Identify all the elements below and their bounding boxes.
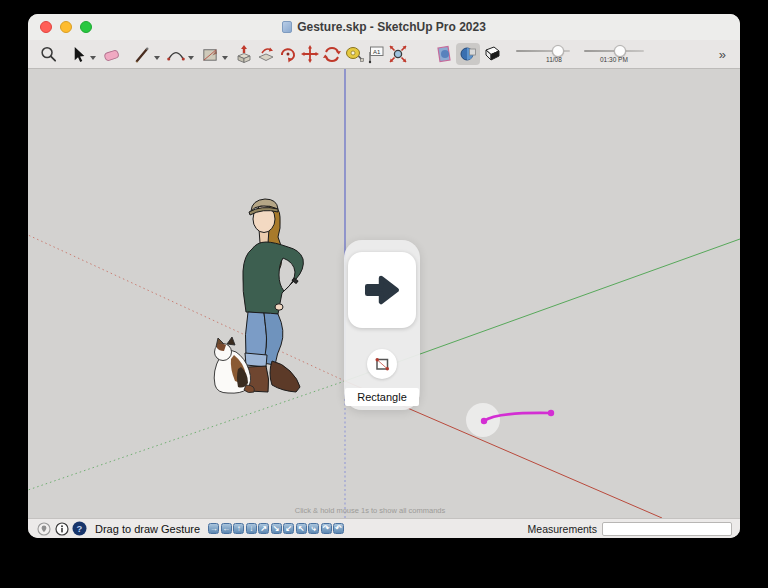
right-arrow-icon bbox=[359, 267, 405, 313]
close-button[interactable] bbox=[40, 21, 52, 33]
measurements-label: Measurements bbox=[528, 523, 597, 535]
text-tool-button[interactable]: A1 bbox=[366, 43, 386, 65]
svg-text:?: ? bbox=[77, 523, 83, 534]
help-icon: ? bbox=[72, 521, 87, 536]
status-prompt: Drag to draw Gesture bbox=[95, 523, 200, 535]
select-tool-button[interactable] bbox=[68, 43, 88, 65]
gesture-arrow-down[interactable]: ↓ bbox=[246, 523, 257, 534]
credits-status-button[interactable] bbox=[54, 521, 69, 536]
toolbar: A1 bbox=[28, 40, 740, 69]
person-jeans-left bbox=[245, 312, 266, 359]
tape-measure-icon bbox=[344, 44, 364, 64]
sketchup-window: Gesture.skp - SketchUp Pro 2023 bbox=[28, 14, 740, 538]
gesture-arrow-up-left[interactable]: ↖ bbox=[296, 523, 307, 534]
select-cursor-icon bbox=[70, 45, 87, 64]
gesture-arrow-curve-cw[interactable]: ↷ bbox=[321, 523, 332, 534]
status-bar: ? Drag to draw Gesture → ← ↑ ↓ ↗ ↘ ↙ ↖ ⤷… bbox=[28, 518, 740, 538]
zoom-extents-tool-button[interactable] bbox=[388, 43, 408, 65]
jeans-cuff bbox=[245, 353, 267, 367]
zoom-extents-icon bbox=[388, 44, 408, 64]
gesture-arrow-down-left[interactable]: ↙ bbox=[283, 523, 294, 534]
gesture-arrow-down-right[interactable]: ↘ bbox=[271, 523, 282, 534]
xray-style-icon bbox=[434, 44, 454, 64]
rotate-icon bbox=[322, 44, 342, 64]
gesture-direction-buttons: → ← ↑ ↓ ↗ ↘ ↙ ↖ ⤷ ↷ ↶ bbox=[208, 523, 346, 534]
fullscreen-button[interactable] bbox=[80, 21, 92, 33]
shadow-date-slider[interactable]: 11/08 bbox=[514, 42, 572, 66]
line-dropdown-caret[interactable] bbox=[154, 56, 160, 60]
person-figure[interactable] bbox=[208, 195, 318, 401]
style-xray-button[interactable] bbox=[434, 43, 454, 65]
offset-tool-button[interactable] bbox=[256, 43, 276, 65]
arc-tool-button[interactable] bbox=[166, 43, 186, 65]
search-icon bbox=[39, 45, 58, 64]
measurements-input[interactable] bbox=[602, 522, 732, 536]
gesture-arrow-up[interactable]: ↑ bbox=[233, 523, 244, 534]
gesture-tool-bubble[interactable] bbox=[367, 349, 397, 379]
gesture-hint-text: Click & hold mouse 1s to show all comman… bbox=[28, 506, 712, 515]
geolocation-icon bbox=[37, 522, 51, 536]
push-pull-tool-button[interactable] bbox=[234, 43, 254, 65]
arc-dropdown-caret[interactable] bbox=[188, 56, 194, 60]
shadow-time-label: 01:30 PM bbox=[600, 56, 628, 63]
person-hand bbox=[275, 304, 283, 310]
gesture-tool-label: Rectangle bbox=[345, 388, 419, 406]
gesture-arrow-curve-down[interactable]: ⤷ bbox=[308, 523, 319, 534]
text-tool-icon: A1 bbox=[366, 44, 386, 64]
svg-text:A1: A1 bbox=[373, 49, 381, 55]
follow-me-tool-button[interactable] bbox=[278, 43, 298, 65]
offset-icon bbox=[256, 44, 276, 64]
line-tool-button[interactable] bbox=[132, 43, 152, 65]
arc-icon bbox=[166, 45, 186, 64]
shaded-style-icon bbox=[458, 44, 478, 64]
document-icon bbox=[282, 21, 292, 33]
help-status-button[interactable]: ? bbox=[72, 521, 87, 536]
monochrome-style-icon bbox=[482, 44, 502, 64]
follow-me-icon bbox=[278, 44, 298, 64]
select-dropdown-caret[interactable] bbox=[90, 56, 96, 60]
shadow-date-label: 11/08 bbox=[546, 56, 562, 63]
gesture-arrow-up-right[interactable]: ↗ bbox=[258, 523, 269, 534]
title-bar: Gesture.skp - SketchUp Pro 2023 bbox=[28, 14, 740, 40]
push-pull-icon bbox=[234, 44, 254, 64]
traffic-lights bbox=[40, 21, 92, 33]
rectangle-tool-preview-icon bbox=[373, 355, 392, 374]
pencil-icon bbox=[133, 45, 152, 64]
eraser-tool-button[interactable] bbox=[102, 43, 122, 65]
rectangle-icon bbox=[200, 45, 220, 64]
gesture-arrow-curve-ccw[interactable]: ↶ bbox=[333, 523, 344, 534]
cursor-halo bbox=[466, 403, 500, 437]
gesture-arrow-right[interactable]: → bbox=[208, 523, 219, 534]
gesture-direction-card[interactable] bbox=[348, 252, 416, 328]
move-tool-button[interactable] bbox=[300, 43, 320, 65]
toolbar-overflow-button[interactable]: » bbox=[715, 47, 730, 62]
gesture-arrow-left[interactable]: ← bbox=[221, 523, 232, 534]
style-shaded-button[interactable] bbox=[456, 43, 480, 65]
person-boot-right bbox=[270, 361, 300, 392]
search-tool-button[interactable] bbox=[38, 43, 58, 65]
geolocation-status-button[interactable] bbox=[36, 521, 51, 536]
style-monochrome-button[interactable] bbox=[482, 43, 502, 65]
drawing-viewport[interactable]: Rectangle Click & hold mouse 1s to show … bbox=[28, 69, 740, 518]
rectangle-tool-button[interactable] bbox=[200, 43, 220, 65]
eraser-icon bbox=[102, 45, 122, 64]
rectangle-dropdown-caret[interactable] bbox=[222, 56, 228, 60]
rotate-tool-button[interactable] bbox=[322, 43, 342, 65]
window-title: Gesture.skp - SketchUp Pro 2023 bbox=[297, 20, 486, 34]
gesture-command-panel: Rectangle bbox=[344, 240, 420, 410]
tape-measure-tool-button[interactable] bbox=[344, 43, 364, 65]
minimize-button[interactable] bbox=[60, 21, 72, 33]
move-icon bbox=[300, 44, 320, 64]
shadow-time-slider[interactable]: 01:30 PM bbox=[582, 42, 646, 66]
info-icon bbox=[55, 522, 69, 536]
